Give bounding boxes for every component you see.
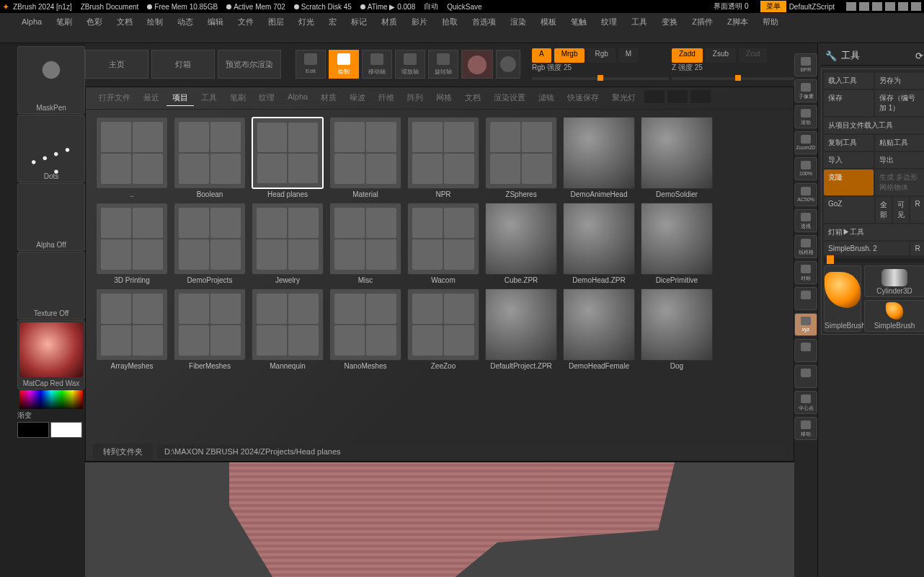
menu-标记[interactable]: 标记 — [344, 14, 374, 41]
home-button[interactable]: 主页 — [85, 50, 148, 79]
thumb-DemoAnimeHead[interactable]: DemoAnimeHead — [563, 117, 635, 198]
toolpanel-btn-2-0[interactable]: 从项目文件载入工具 — [824, 118, 924, 133]
tab-7[interactable]: 材质 — [315, 90, 342, 106]
toolpanel-btn-5-0[interactable]: 克隆 — [824, 169, 874, 195]
menu-首选项[interactable]: 首选项 — [465, 14, 503, 41]
scale-mode[interactable]: 缩放轴 — [395, 50, 425, 79]
minimize-icon[interactable] — [885, 2, 895, 11]
menu-拾取[interactable]: 拾取 — [435, 14, 465, 41]
tab-1[interactable]: 最近 — [138, 90, 165, 106]
menu-色彩[interactable]: 色彩 — [79, 14, 110, 41]
sidetool-AC50%[interactable]: AC50% — [794, 183, 817, 206]
thumb-3D Printing[interactable]: 3D Printing — [96, 203, 168, 284]
layout-icon-1[interactable] — [846, 2, 856, 11]
rgb-button[interactable]: Rgb — [587, 48, 615, 63]
menu-文件[interactable]: 文件 — [231, 14, 261, 41]
menu-文档[interactable]: 文档 — [110, 14, 140, 41]
texture-off[interactable]: Texture Off — [17, 252, 85, 320]
mrgb-button[interactable]: Mrgb — [554, 48, 585, 63]
z-intensity-slider[interactable] — [672, 77, 794, 80]
toolpanel-btn-4-0[interactable]: 导入 — [824, 152, 874, 168]
tab-16[interactable]: 聚光灯 — [606, 90, 641, 106]
tab-14[interactable]: 滤镜 — [533, 90, 560, 106]
thumb-Dog[interactable]: Dog — [641, 288, 713, 370]
menu-Z脚本[interactable]: Z脚本 — [720, 14, 755, 41]
tab-9[interactable]: 纤维 — [373, 90, 400, 106]
menu-图层[interactable]: 图层 — [261, 14, 291, 41]
thumb-Boolean[interactable]: Boolean — [174, 117, 246, 198]
menu-渲染[interactable]: 渲染 — [503, 14, 533, 41]
menu-动态[interactable]: 动态 — [170, 14, 200, 41]
tool-simplebrush[interactable]: SimpleBrush — [824, 265, 861, 332]
toolpanel-btn-3-0[interactable]: 复制工具 — [824, 135, 874, 151]
m-button[interactable]: M — [618, 48, 639, 63]
color-picker[interactable]: 渐变 — [17, 390, 85, 419]
thumb-FiberMeshes[interactable]: FiberMeshes — [174, 288, 246, 370]
sphere-button-1[interactable] — [461, 50, 493, 79]
toolpanel-btn-6-2[interactable]: 可见 — [893, 197, 909, 223]
ui-opacity[interactable]: 界面透明 0 — [714, 1, 748, 12]
thumb-Wacom[interactable]: Wacom — [407, 203, 479, 284]
thumb-Mannequin[interactable]: Mannequin — [252, 288, 324, 370]
thumb-ZeeZoo[interactable]: ZeeZoo — [407, 288, 479, 370]
stroke-dots[interactable]: Dots — [17, 115, 85, 182]
menu-宏[interactable]: 宏 — [321, 14, 344, 41]
layout-icon-3[interactable] — [872, 2, 882, 11]
brush-r[interactable]: R — [910, 242, 924, 255]
browser-prev[interactable] — [644, 90, 665, 103]
toolpanel-btn-6-1[interactable]: 全部 — [876, 197, 892, 223]
sidetool-移动[interactable]: 移动 — [794, 417, 817, 440]
tab-8[interactable]: 噪波 — [344, 90, 371, 106]
toolpanel-btn-0-0[interactable]: 载入工具 — [824, 73, 874, 89]
restore-icon[interactable]: ⟳ — [915, 50, 923, 61]
menu-模板[interactable]: 模板 — [533, 14, 564, 41]
thumb-DefaultProject.ZPR[interactable]: DefaultProject.ZPR — [485, 288, 557, 370]
sidetool-线框格[interactable]: 线框格 — [794, 235, 817, 258]
sidetool-Zoom2D[interactable]: Zoom2D — [794, 131, 817, 154]
toolpanel-btn-3-1[interactable]: 粘贴工具 — [875, 135, 924, 151]
toolpanel-btn-6-3[interactable]: R — [910, 197, 924, 223]
menu-纹理[interactable]: 纹理 — [594, 14, 624, 41]
live-boolean[interactable]: 预览布尔渲染 — [218, 50, 281, 79]
rgb-intensity-slider[interactable] — [532, 77, 669, 80]
lightbox-button[interactable]: 灯箱 — [151, 50, 215, 79]
edit-mode[interactable]: Edit — [296, 50, 326, 79]
tab-13[interactable]: 渲染设置 — [488, 90, 531, 106]
menu-材质[interactable]: 材质 — [374, 14, 404, 41]
tab-5[interactable]: 纹理 — [253, 90, 280, 106]
thumb-ArrayMeshes[interactable]: ArrayMeshes — [96, 288, 168, 370]
menu-Z插件[interactable]: Z插件 — [685, 14, 720, 41]
menu-变换[interactable]: 变换 — [654, 14, 685, 41]
sidetool-11[interactable] — [794, 339, 817, 362]
sidetool-xyz[interactable]: xyz — [794, 313, 817, 336]
swatch-white[interactable] — [50, 422, 82, 438]
sidetool-100%[interactable]: 100% — [794, 157, 817, 180]
tab-12[interactable]: 文档 — [459, 90, 487, 106]
zcut-button[interactable]: Zcut — [739, 48, 767, 63]
brush-maskpen[interactable]: MaskPen — [17, 46, 85, 114]
tab-3[interactable]: 工具 — [195, 90, 223, 106]
menu-灯光[interactable]: 灯光 — [291, 14, 321, 41]
goto-folder-button[interactable]: 转到文件夹 — [93, 444, 153, 460]
canvas[interactable] — [85, 462, 794, 577]
toolpanel-btn-5-1[interactable]: 生成 多边形网格物体 — [875, 169, 924, 195]
layout-icon-2[interactable] — [859, 2, 869, 11]
sidetool-BPR[interactable]: BPR — [794, 53, 817, 76]
thumb-DemoHeadFemale[interactable]: DemoHeadFemale — [563, 288, 635, 370]
thumb-Head planes[interactable]: Head planes — [252, 117, 324, 198]
thumb-..[interactable]: .. — [96, 117, 168, 198]
draw-mode[interactable]: 绘制 — [329, 50, 359, 79]
move-mode[interactable]: 移动轴 — [362, 50, 392, 79]
a-button[interactable]: A — [532, 48, 551, 63]
menu-编辑[interactable]: 编辑 — [200, 14, 231, 41]
quicksave-button[interactable]: QuickSave — [447, 3, 481, 11]
material-matcap[interactable]: MatCap Red Wax — [17, 320, 85, 389]
auto-label[interactable]: 自动 — [424, 1, 438, 12]
sphere-button-2[interactable] — [496, 50, 520, 79]
tab-10[interactable]: 阵列 — [401, 90, 429, 106]
sidetool-中心点[interactable]: 中心点 — [794, 391, 817, 414]
toolpanel-btn-6-0[interactable]: GoZ — [824, 197, 874, 223]
sidetool-透视[interactable]: 透视 — [794, 209, 817, 232]
thumb-DicePrimitive[interactable]: DicePrimitive — [641, 203, 713, 284]
toolpanel-btn-1-0[interactable]: 保存 — [824, 90, 874, 116]
